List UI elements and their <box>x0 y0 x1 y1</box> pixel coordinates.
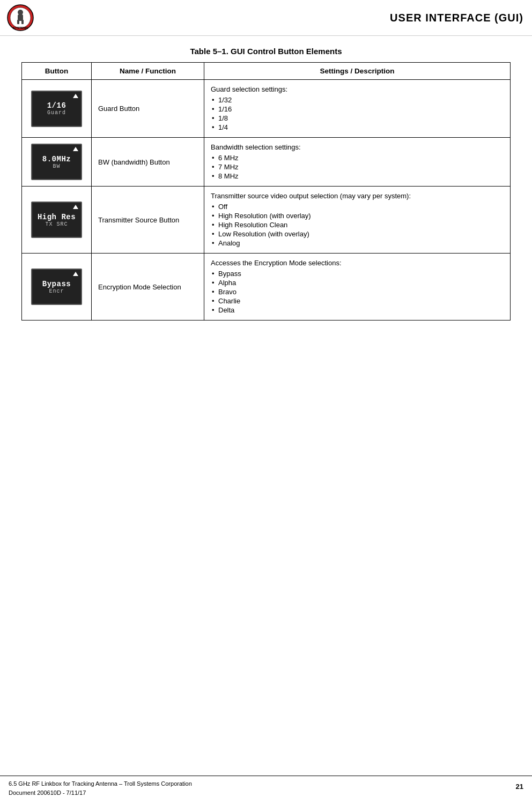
col-header-name: Name / Function <box>92 63 204 80</box>
list-item: 8 MHz <box>211 172 504 181</box>
btn-top-text: 8.0MHz <box>42 155 71 163</box>
desc-intro-bw: Bandwidth selection settings: <box>211 143 504 151</box>
logo-area: SYSTEMS <box>4 4 36 31</box>
footer-line1: 6.5 GHz RF Linkbox for Tracking Antenna … <box>9 779 523 789</box>
list-item: 7 MHz <box>211 162 504 172</box>
arrow-icon <box>73 147 78 151</box>
logo: SYSTEMS <box>4 4 36 31</box>
table-row: Bypass Encr Encryption Mode SelectionAcc… <box>22 254 511 321</box>
list-item: 1/4 <box>211 123 504 132</box>
button-image-bw: 8.0MHz BW <box>31 144 82 180</box>
svg-point-2 <box>18 10 23 15</box>
table-header-row: Button Name / Function Settings / Descri… <box>22 63 511 80</box>
button-image-encr: Bypass Encr <box>31 269 82 305</box>
button-cell-encr: Bypass Encr <box>22 254 92 321</box>
desc-list-bw: 6 MHz7 MHz8 MHz <box>211 153 504 181</box>
footer-line2: Document 200610D - 7/11/17 <box>9 788 523 798</box>
page-footer: 6.5 GHz RF Linkbox for Tracking Antenna … <box>0 776 532 801</box>
svg-text:SYSTEMS: SYSTEMS <box>13 26 28 29</box>
table-row: High Res TX SRC Transmitter Source Butto… <box>22 187 511 254</box>
btn-top-text: High Res <box>38 213 76 221</box>
desc-list-encr: BypassAlphaBravoCharlieDelta <box>211 269 504 315</box>
desc-list-guard: 1/321/161/81/4 <box>211 95 504 132</box>
logo-svg: SYSTEMS <box>4 4 36 31</box>
list-item: Off <box>211 202 504 211</box>
list-item: 1/32 <box>211 95 504 105</box>
list-item: Analog <box>211 239 504 248</box>
btn-bottom-text: BW <box>53 163 60 169</box>
page-header: SYSTEMS USER INTERFACE (GUI) <box>0 0 532 36</box>
btn-bottom-text: TX SRC <box>45 221 68 227</box>
desc-cell-encr: Accesses the Encryption Mode selections:… <box>204 254 511 321</box>
arrow-icon <box>73 272 78 276</box>
list-item: High Resolution Clean <box>211 220 504 229</box>
name-cell-bw: BW (bandwidth) Button <box>92 138 204 187</box>
desc-cell-bw: Bandwidth selection settings:6 MHz7 MHz8… <box>204 138 511 187</box>
name-cell-txsrc: Transmitter Source Button <box>92 187 204 254</box>
list-item: Delta <box>211 306 504 315</box>
button-image-txsrc: High Res TX SRC <box>31 202 82 238</box>
list-item: Bravo <box>211 287 504 296</box>
button-image-guard: 1/16 Guard <box>31 91 82 127</box>
list-item: 1/16 <box>211 105 504 114</box>
col-header-button: Button <box>22 63 92 80</box>
content-area: Table 5–1. GUI Control Button Elements B… <box>0 36 532 331</box>
list-item: 1/8 <box>211 114 504 123</box>
desc-intro-guard: Guard selection settings: <box>211 85 504 93</box>
col-header-desc: Settings / Description <box>204 63 511 80</box>
btn-bottom-text: Encr <box>49 288 64 294</box>
table-row: 8.0MHz BW BW (bandwidth) ButtonBandwidth… <box>22 138 511 187</box>
btn-top-text: 1/16 <box>47 101 66 110</box>
page-number: 21 <box>516 783 523 791</box>
svg-rect-5 <box>21 20 24 24</box>
arrow-icon <box>73 205 78 209</box>
table-row: 1/16 Guard Guard ButtonGuard selection s… <box>22 80 511 138</box>
button-cell-bw: 8.0MHz BW <box>22 138 92 187</box>
main-table: Button Name / Function Settings / Descri… <box>21 62 511 321</box>
list-item: Charlie <box>211 296 504 306</box>
btn-bottom-text: Guard <box>47 110 66 116</box>
button-cell-guard: 1/16 Guard <box>22 80 92 138</box>
list-item: Low Resolution (with overlay) <box>211 229 504 239</box>
arrow-icon <box>73 94 78 98</box>
svg-rect-4 <box>17 20 19 24</box>
list-item: High Resolution (with overlay) <box>211 211 504 220</box>
list-item: 6 MHz <box>211 153 504 162</box>
name-cell-encr: Encryption Mode Selection <box>92 254 204 321</box>
table-caption: Table 5–1. GUI Control Button Elements <box>21 47 511 56</box>
btn-top-text: Bypass <box>42 280 71 288</box>
page-title: USER INTERFACE (GUI) <box>390 12 523 24</box>
list-item: Alpha <box>211 278 504 287</box>
desc-intro-encr: Accesses the Encryption Mode selections: <box>211 259 504 267</box>
name-cell-guard: Guard Button <box>92 80 204 138</box>
desc-list-txsrc: OffHigh Resolution (with overlay)High Re… <box>211 202 504 248</box>
button-cell-txsrc: High Res TX SRC <box>22 187 92 254</box>
footer-left: 6.5 GHz RF Linkbox for Tracking Antenna … <box>9 779 523 798</box>
list-item: Bypass <box>211 269 504 278</box>
desc-intro-txsrc: Transmitter source video output selectio… <box>211 192 504 200</box>
desc-cell-txsrc: Transmitter source video output selectio… <box>204 187 511 254</box>
desc-cell-guard: Guard selection settings:1/321/161/81/4 <box>204 80 511 138</box>
